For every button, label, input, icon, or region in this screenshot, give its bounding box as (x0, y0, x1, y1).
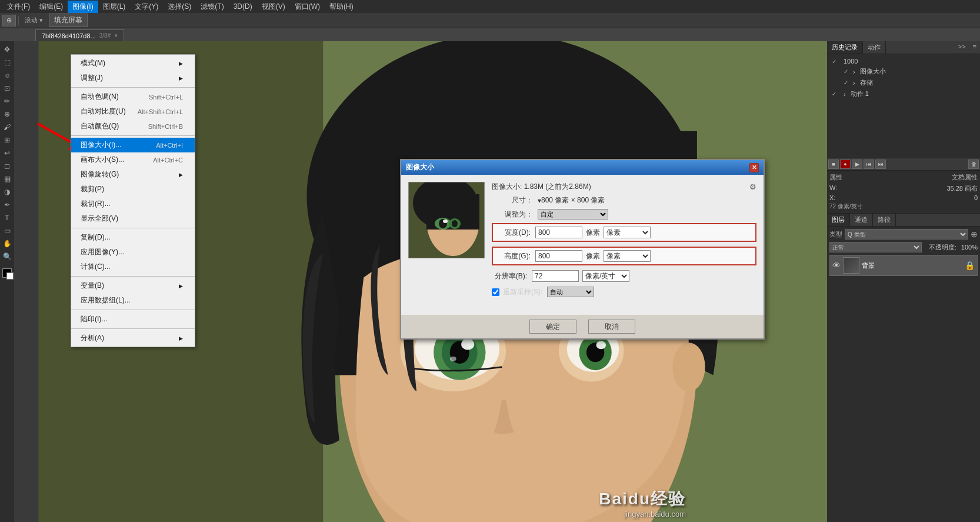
menu-text[interactable]: 文字(Y) (130, 1, 163, 13)
height-input[interactable] (535, 250, 582, 262)
brush-tool[interactable]: 🖌 (1, 121, 13, 133)
panel-menu-icon[interactable]: ≡ (969, 41, 980, 54)
actions-tab[interactable]: 动作 (863, 41, 886, 54)
stamp-tool[interactable]: ⊞ (1, 134, 13, 146)
eraser-tool[interactable]: ◻ (1, 160, 13, 172)
svg-point-16 (596, 341, 606, 349)
foreground-color[interactable] (2, 268, 12, 278)
menu-apply-data[interactable]: 应用数据组(L)... (71, 293, 195, 308)
width-input[interactable] (535, 227, 582, 238)
menu-image[interactable]: 图像(I) (68, 1, 98, 13)
hand-tool[interactable]: ✋ (1, 238, 13, 250)
dialog-cancel-button[interactable]: 取消 (588, 320, 635, 334)
skip-back-button[interactable]: ⏮ (864, 159, 874, 169)
height-label: 高度(G): (495, 251, 531, 261)
dialog-close-button[interactable]: ✕ (749, 163, 759, 172)
width-unit-select[interactable]: 像素 英寸 厘米 毫米 点 派卡 列 百分比 (604, 227, 651, 238)
select-tool[interactable]: ⬚ (1, 56, 13, 68)
skip-fwd-button[interactable]: ⏭ (875, 159, 886, 169)
move-tool-option[interactable]: ⊕ (2, 15, 16, 26)
lasso-tool[interactable]: ⌾ (1, 69, 13, 81)
menu-help[interactable]: 帮助(H) (325, 1, 358, 13)
layer-panel-tabs: 图层 通道 路径 (827, 214, 980, 227)
settings-gear[interactable]: ⚙ (749, 182, 756, 191)
dialog-confirm-button[interactable]: 确定 (529, 320, 576, 334)
sep-4 (71, 276, 195, 277)
menu-calculations[interactable]: 计算(C)... (71, 260, 195, 274)
dialog-thumbnail (408, 182, 485, 258)
pen-tool[interactable]: ✒ (1, 199, 13, 211)
filter-label: 类型 (829, 230, 842, 239)
history-tab[interactable]: 历史记录 (827, 41, 863, 54)
healing-tool[interactable]: ⊕ (1, 108, 13, 120)
menu-image-size[interactable]: 图像大小(I)... Alt+Ctrl+I (71, 138, 195, 152)
image-size-dialog[interactable]: 图像大小 ✕ (400, 159, 765, 340)
panel-options-icon[interactable]: >> (955, 41, 969, 54)
svg-point-28 (443, 220, 448, 223)
blend-mode-select[interactable]: 正常 (829, 242, 922, 252)
menu-select[interactable]: 选择(S) (163, 1, 196, 13)
height-unit-select[interactable]: 像素 英寸 厘米 (604, 250, 651, 262)
dialog-buttons: 确定 取消 (401, 315, 764, 338)
menu-image-rotate[interactable]: 图像旋转(G) (71, 167, 195, 182)
crop-tool[interactable]: ⊡ (1, 82, 13, 94)
zoom-tool[interactable]: 🔍 (1, 251, 13, 262)
right-panel: 历史记录 动作 >> ≡ ✓ 1000 ✓ › 图像大小 ✓ › 存储 (827, 41, 980, 522)
text-tool[interactable]: T (1, 212, 13, 224)
menu-duplicate[interactable]: 复制(D)... (71, 230, 195, 245)
menu-file[interactable]: 文件(F) (2, 1, 35, 13)
menu-layer[interactable]: 图层(L) (98, 1, 131, 13)
menu-filter[interactable]: 滤镜(T) (196, 1, 228, 13)
menu-adjust[interactable]: 调整(J) (71, 71, 195, 85)
filter-select[interactable]: Q 类型 (845, 229, 968, 240)
adjust-select[interactable]: 自定 (538, 209, 756, 220)
layers-tab[interactable]: 图层 (827, 214, 850, 226)
menu-variables[interactable]: 变量(B) (71, 278, 195, 293)
delete-button[interactable]: 🗑 (968, 159, 979, 169)
layer-panel: 图层 通道 路径 类型 Q 类型 ⊕ 正常 不透明度: 100% (827, 214, 980, 522)
play-button[interactable]: ▶ (852, 159, 862, 169)
dpi-input[interactable] (532, 270, 579, 282)
gradient-tool[interactable]: ▦ (1, 173, 13, 185)
stop-button[interactable]: ■ (828, 159, 839, 169)
document-tab[interactable]: 7bf8426d4107d8... 3/8# × (35, 29, 124, 41)
shape-tool[interactable]: ▭ (1, 225, 13, 237)
menu-trap[interactable]: 陷印(I)... (71, 312, 195, 327)
menu-auto-tone[interactable]: 自动色调(N) Shift+Ctrl+L (71, 89, 195, 104)
main-layout: ✥ ⬚ ⌾ ⊡ ✏ ⊕ 🖌 ⊞ ↩ ◻ ▦ ◑ ✒ T ▭ ✋ 🔍 (0, 41, 980, 522)
background-color[interactable] (6, 272, 14, 280)
menu-auto-color[interactable]: 自动颜色(Q) Shift+Ctrl+B (71, 119, 195, 134)
menu-reveal-all[interactable]: 显示全部(V) (71, 211, 195, 226)
menu-canvas-size[interactable]: 画布大小(S)... Alt+Ctrl+C (71, 152, 195, 167)
menu-trim[interactable]: 裁切(R)... (71, 197, 195, 211)
resample-checkbox[interactable] (492, 288, 499, 296)
record-button[interactable]: ● (840, 159, 851, 169)
dodge-tool[interactable]: ◑ (1, 186, 13, 198)
menu-window[interactable]: 窗口(W) (290, 1, 325, 13)
dialog-width-row: 宽度(D): 像素 像素 英寸 厘米 毫米 点 派卡 列 (492, 223, 756, 242)
menu-crop[interactable]: 裁剪(P) (71, 182, 195, 197)
menu-edit[interactable]: 编辑(E) (35, 1, 68, 13)
channels-tab[interactable]: 通道 (850, 214, 873, 226)
menu-view[interactable]: 视图(V) (257, 1, 290, 13)
menu-mode[interactable]: 模式(M) (71, 56, 195, 71)
fill-screen-button[interactable]: 填充屏幕 (49, 14, 88, 27)
tab-close-button[interactable]: × (114, 32, 118, 39)
history-brush-tool[interactable]: ↩ (1, 147, 13, 159)
resample-method-select[interactable]: 自动 (547, 287, 594, 297)
move-tool[interactable]: ✥ (1, 44, 13, 55)
menu-auto-contrast[interactable]: 自动对比度(U) Alt+Shift+Ctrl+L (71, 104, 195, 119)
layer-item-background[interactable]: 👁 背景 🔒 (829, 255, 978, 276)
dpi-unit-select[interactable]: 像素/英寸 像素/厘米 (582, 270, 629, 282)
history-item-3: ✓ › 动作 1 (829, 88, 978, 99)
layer-visibility-icon[interactable]: 👁 (832, 261, 841, 270)
menu-analyze[interactable]: 分析(A) (71, 331, 195, 345)
eyedropper-tool[interactable]: ✏ (1, 95, 13, 107)
filter-icon: ⊕ (971, 230, 978, 239)
dialog-main-row: 图像大小: 1.83M (之前为2.86M) ⚙ 尺寸： ▾ 800 像素 × … (408, 182, 756, 302)
menu-apply-image[interactable]: 应用图像(Y)... (71, 245, 195, 260)
menu-3d[interactable]: 3D(D) (229, 1, 257, 12)
history-item-1: ✓ › 图像大小 (829, 66, 978, 77)
paths-tab[interactable]: 路径 (873, 214, 896, 226)
blend-mode-select[interactable]: 滚动 ▾ (21, 16, 46, 25)
